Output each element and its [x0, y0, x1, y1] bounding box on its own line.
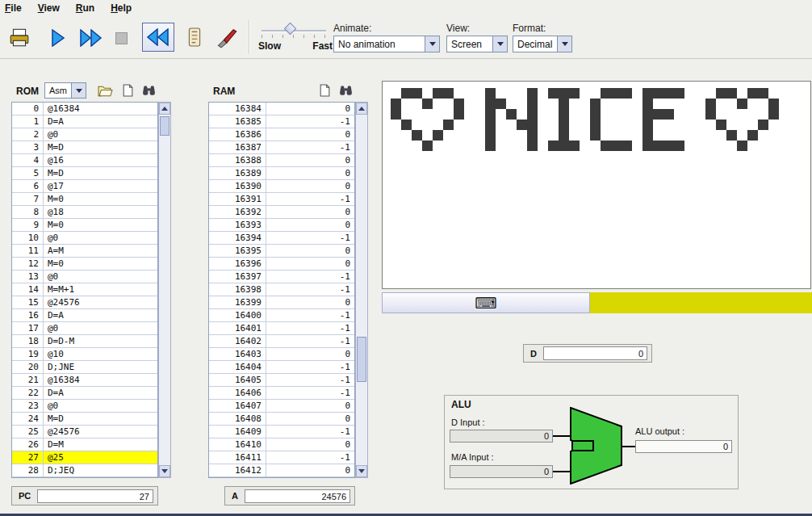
- ram-row[interactable]: 16400-1: [209, 309, 354, 322]
- value-cell[interactable]: 0: [266, 206, 354, 218]
- value-cell[interactable]: @0: [44, 271, 157, 283]
- menu-view[interactable]: View: [38, 2, 60, 14]
- ram-row[interactable]: 16406-1: [209, 387, 354, 400]
- value-cell[interactable]: -1: [266, 193, 354, 205]
- rom-row[interactable]: 5M=D: [12, 167, 157, 180]
- rom-row[interactable]: 1D=A: [12, 115, 157, 128]
- rom-row[interactable]: 8@18: [12, 206, 157, 219]
- chevron-down-icon[interactable]: [425, 36, 439, 52]
- ram-row[interactable]: 16405-1: [209, 374, 354, 387]
- value-cell[interactable]: D;JEQ: [44, 464, 157, 476]
- rom-row[interactable]: 0@16384: [12, 103, 157, 115]
- value-cell[interactable]: 0: [266, 296, 354, 308]
- rom-row[interactable]: 3M=D: [12, 141, 157, 154]
- value-cell[interactable]: D=A: [44, 115, 157, 128]
- rom-format-select[interactable]: Asm: [44, 82, 86, 99]
- value-cell[interactable]: @24576: [44, 296, 157, 308]
- chevron-down-icon[interactable]: [71, 83, 86, 98]
- value-cell[interactable]: 0: [266, 438, 354, 451]
- value-cell[interactable]: A=M: [44, 245, 157, 257]
- rom-row[interactable]: 6@17: [12, 180, 157, 193]
- value-cell[interactable]: 0: [266, 245, 354, 257]
- rom-row[interactable]: 25@24576: [12, 426, 157, 438]
- value-cell[interactable]: 0: [266, 413, 354, 425]
- value-cell[interactable]: M=0: [44, 219, 157, 231]
- ram-row[interactable]: 163880: [209, 154, 354, 167]
- view-select[interactable]: Screen: [446, 36, 508, 52]
- menu-run[interactable]: Run: [76, 2, 94, 14]
- value-cell[interactable]: @0: [44, 128, 157, 141]
- ram-row[interactable]: 163840: [209, 103, 354, 115]
- rom-row[interactable]: 19@10: [12, 348, 157, 361]
- value-cell[interactable]: D=A: [44, 387, 157, 399]
- ram-row[interactable]: 163860: [209, 128, 354, 141]
- value-cell[interactable]: 0: [266, 128, 354, 141]
- ram-row[interactable]: 164120: [209, 464, 354, 477]
- ram-table[interactable]: 16384016385-116386016387-116388016389016…: [208, 102, 355, 478]
- scrollbar-thumb[interactable]: [160, 116, 170, 136]
- format-select[interactable]: Decimal: [513, 36, 572, 52]
- rom-row[interactable]: 28D;JEQ: [12, 464, 157, 477]
- rom-row[interactable]: 21@16384: [12, 374, 157, 387]
- d-value-field[interactable]: 0: [543, 346, 647, 360]
- value-cell[interactable]: M=D: [44, 141, 157, 153]
- value-cell[interactable]: @16: [44, 154, 157, 166]
- slider-thumb[interactable]: [284, 23, 297, 36]
- ram-scrollbar[interactable]: [355, 102, 368, 478]
- ram-row[interactable]: 163930: [209, 219, 354, 232]
- ram-row[interactable]: 16394-1: [209, 232, 354, 245]
- menu-file[interactable]: File: [5, 2, 22, 14]
- value-cell[interactable]: 0: [266, 400, 354, 412]
- ram-row[interactable]: 163900: [209, 180, 354, 193]
- ram-row[interactable]: 164080: [209, 413, 354, 426]
- value-cell[interactable]: 0: [266, 180, 354, 192]
- rom-row[interactable]: 15@24576: [12, 296, 157, 309]
- ram-row[interactable]: 16385-1: [209, 115, 354, 128]
- rom-row[interactable]: 2@0: [12, 128, 157, 141]
- pc-value-field[interactable]: 27: [37, 489, 153, 503]
- rom-row[interactable]: 17@0: [12, 322, 157, 335]
- ram-row[interactable]: 163920: [209, 206, 354, 219]
- rom-row[interactable]: 9M=0: [12, 219, 157, 232]
- value-cell[interactable]: D=D-M: [44, 335, 157, 347]
- a-value-field[interactable]: 24576: [245, 489, 350, 503]
- stop-button[interactable]: [114, 31, 129, 46]
- value-cell[interactable]: -1: [266, 283, 354, 296]
- single-step-button[interactable]: [47, 27, 69, 48]
- ram-row[interactable]: 16391-1: [209, 193, 354, 206]
- value-cell[interactable]: M=D: [44, 413, 157, 425]
- rom-search-button[interactable]: [140, 83, 157, 98]
- value-cell[interactable]: -1: [266, 232, 354, 244]
- value-cell[interactable]: 0: [266, 167, 354, 179]
- rom-row[interactable]: 16D=A: [12, 309, 157, 322]
- value-cell[interactable]: @0: [44, 232, 157, 244]
- scrollbar-thumb[interactable]: [357, 337, 366, 382]
- value-cell[interactable]: M=D: [44, 167, 157, 179]
- ram-row[interactable]: 16409-1: [209, 426, 354, 438]
- value-cell[interactable]: @16384: [44, 374, 157, 386]
- value-cell[interactable]: @0: [44, 400, 157, 412]
- value-cell[interactable]: -1: [266, 309, 354, 321]
- value-cell[interactable]: -1: [266, 322, 354, 334]
- rom-row[interactable]: 20D;JNE: [12, 361, 157, 374]
- rom-row[interactable]: 22D=A: [12, 387, 157, 400]
- value-cell[interactable]: M=M+1: [44, 283, 157, 296]
- ram-row[interactable]: 163950: [209, 245, 354, 258]
- value-cell[interactable]: -1: [266, 271, 354, 283]
- value-cell[interactable]: 0: [266, 154, 354, 166]
- value-cell[interactable]: D=M: [44, 438, 157, 451]
- clear-screen-button[interactable]: [211, 23, 242, 52]
- ram-row[interactable]: 163960: [209, 258, 354, 271]
- ram-row[interactable]: 16402-1: [209, 335, 354, 348]
- value-cell[interactable]: -1: [266, 426, 354, 438]
- scroll-up-button[interactable]: [159, 103, 170, 115]
- speed-slider[interactable]: [260, 21, 329, 40]
- value-cell[interactable]: -1: [266, 335, 354, 347]
- ram-row[interactable]: 16411-1: [209, 451, 354, 464]
- ram-row[interactable]: 163990: [209, 296, 354, 309]
- ram-search-button[interactable]: [337, 83, 354, 98]
- ram-row[interactable]: 16387-1: [209, 141, 354, 154]
- rom-row[interactable]: 18D=D-M: [12, 335, 157, 348]
- value-cell[interactable]: -1: [266, 387, 354, 399]
- value-cell[interactable]: D;JNE: [44, 361, 157, 373]
